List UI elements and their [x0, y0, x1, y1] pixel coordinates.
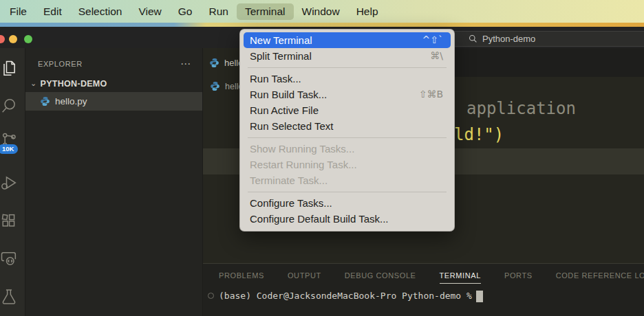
- menu-item-shortcut: ^⇧`: [422, 32, 443, 48]
- panel-tabbar: PROBLEMSOUTPUTDEBUG CONSOLETERMINALPORTS…: [203, 264, 644, 284]
- menu-item-configure-tasks[interactable]: Configure Tasks...: [244, 195, 451, 211]
- minimize-window-button[interactable]: [9, 35, 17, 43]
- menubar-item-view[interactable]: View: [130, 3, 169, 20]
- panel-tab-ports[interactable]: PORTS: [504, 271, 533, 284]
- close-window-button[interactable]: [0, 35, 5, 43]
- menubar-item-help[interactable]: Help: [348, 3, 387, 20]
- menu-item-label: Restart Running Task...: [250, 157, 357, 172]
- menu-item-label: Run Task...: [250, 71, 301, 87]
- menu-item-configure-default-build-task[interactable]: Configure Default Build Task...: [244, 211, 451, 227]
- menu-item-split-terminal[interactable]: Split Terminal⌘\: [244, 48, 451, 64]
- menubar-item-go[interactable]: Go: [170, 3, 201, 20]
- panel-tab-output[interactable]: OUTPUT: [288, 271, 321, 284]
- panel-tab-problems[interactable]: PROBLEMS: [219, 271, 264, 284]
- menubar-item-terminal[interactable]: Terminal: [237, 3, 294, 20]
- code-string-fragment: ld!"): [454, 125, 504, 144]
- workspace-folder-label: PYTHON-DEMO: [41, 79, 107, 89]
- menu-item-label: Configure Default Build Task...: [250, 211, 389, 227]
- zoom-window-button[interactable]: [24, 35, 32, 43]
- menu-item-shortcut: ⌘\: [430, 48, 443, 64]
- file-row-hello-py[interactable]: hello.py: [25, 92, 202, 111]
- terminal-cursor: [476, 291, 483, 302]
- code-comment-fragment: application: [466, 99, 576, 118]
- activity-bar: 10K: [0, 48, 25, 316]
- menu-item-terminate-task: Terminate Task...: [244, 172, 451, 188]
- chevron-down-icon: ⌄: [30, 79, 37, 88]
- menubar-item-edit[interactable]: Edit: [35, 3, 70, 20]
- file-name-label: hello.py: [55, 96, 87, 106]
- panel-tab-terminal[interactable]: TERMINAL: [440, 271, 481, 284]
- command-decoration-icon: [208, 293, 214, 299]
- menu-item-label: Run Selected Text: [250, 118, 333, 134]
- extensions-icon[interactable]: [0, 212, 19, 231]
- source-control-badge: 10K: [0, 144, 18, 154]
- menubar-item-selection[interactable]: Selection: [70, 3, 131, 20]
- python-file-icon: [209, 58, 219, 68]
- menu-item-shortcut: ⇧⌘B: [419, 87, 443, 102]
- menu-item-run-selected-text[interactable]: Run Selected Text: [244, 118, 451, 134]
- search-icon: [469, 34, 477, 43]
- explorer-actions-icon[interactable]: ⋯: [180, 62, 191, 66]
- terminal-prompt: (base) Coder@JacksondeMacBook-Pro Python…: [219, 291, 472, 301]
- workspace-folder-row[interactable]: ⌄ PYTHON-DEMO: [25, 75, 202, 92]
- menu-item-label: Terminate Task...: [250, 172, 328, 188]
- menu-item-label: Run Build Task...: [250, 87, 327, 102]
- bottom-panel: PROBLEMSOUTPUTDEBUG CONSOLETERMINALPORTS…: [203, 263, 644, 316]
- testing-icon[interactable]: [0, 287, 19, 306]
- explorer-icon[interactable]: [0, 59, 19, 78]
- explorer-title: EXPLORER: [38, 60, 83, 68]
- command-center-search[interactable]: Python-demo: [449, 31, 644, 47]
- menu-item-run-active-file[interactable]: Run Active File: [244, 102, 451, 118]
- explorer-sidebar: EXPLORER ⋯ ⌄ PYTHON-DEMO hello.py: [25, 48, 203, 316]
- menu-item-label: Run Active File: [250, 102, 319, 118]
- screen: FileEditSelectionViewGoRunTerminalWindow…: [0, 0, 644, 316]
- menubar-item-file[interactable]: File: [1, 3, 35, 20]
- menu-item-restart-running-task: Restart Running Task...: [244, 157, 451, 172]
- panel-tab-debug-console[interactable]: DEBUG CONSOLE: [345, 271, 416, 284]
- search-label: Python-demo: [482, 34, 535, 44]
- menu-item-run-task[interactable]: Run Task...: [244, 71, 451, 87]
- terminal-dropdown-menu: New Terminal^⇧`Split Terminal⌘\Run Task.…: [239, 29, 455, 232]
- menubar-item-window[interactable]: Window: [294, 3, 348, 20]
- menu-separator: [248, 67, 447, 68]
- menu-item-label: Configure Tasks...: [250, 195, 332, 211]
- menu-item-show-running-tasks: Show Running Tasks...: [244, 141, 451, 157]
- python-file-icon: [40, 96, 50, 106]
- run-debug-icon[interactable]: [0, 173, 19, 192]
- panel-tab-code-reference-log[interactable]: CODE REFERENCE LOG: [556, 271, 644, 284]
- menu-separator: [248, 192, 447, 192]
- menu-item-label: Split Terminal: [250, 48, 312, 64]
- menu-item-label: Show Running Tasks...: [250, 141, 354, 157]
- remote-explorer-icon[interactable]: [0, 249, 19, 268]
- search-sidebar-icon[interactable]: [0, 96, 19, 115]
- menu-separator: [248, 137, 447, 138]
- menu-item-run-build-task[interactable]: Run Build Task...⇧⌘B: [244, 87, 451, 102]
- python-file-icon: [210, 81, 220, 91]
- menu-item-label: New Terminal: [250, 32, 312, 48]
- menubar-item-run[interactable]: Run: [200, 3, 236, 20]
- menubar: FileEditSelectionViewGoRunTerminalWindow…: [0, 0, 644, 23]
- terminal-content[interactable]: (base) Coder@JacksondeMacBook-Pro Python…: [203, 290, 644, 302]
- menu-item-new-terminal[interactable]: New Terminal^⇧`: [244, 32, 451, 48]
